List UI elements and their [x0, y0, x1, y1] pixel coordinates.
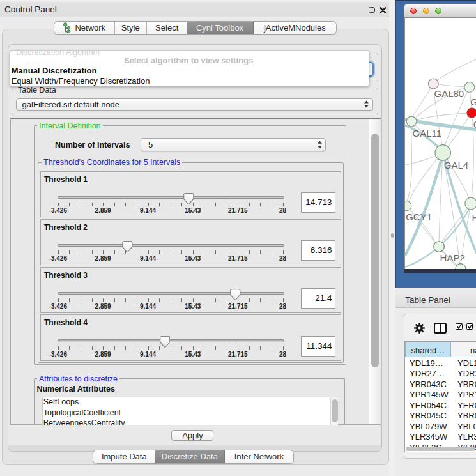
svg-text:HA: HA: [472, 212, 476, 223]
svg-text:GAL4: GAL4: [443, 159, 468, 170]
svg-text:HAP2: HAP2: [440, 252, 464, 263]
svg-text:GAL80: GAL80: [434, 88, 464, 99]
svg-text:GA: GA: [470, 96, 476, 107]
svg-text:GCY1: GCY1: [406, 211, 432, 222]
svg-text:GA: GA: [473, 119, 476, 130]
svg-text:GAL11: GAL11: [412, 128, 441, 139]
